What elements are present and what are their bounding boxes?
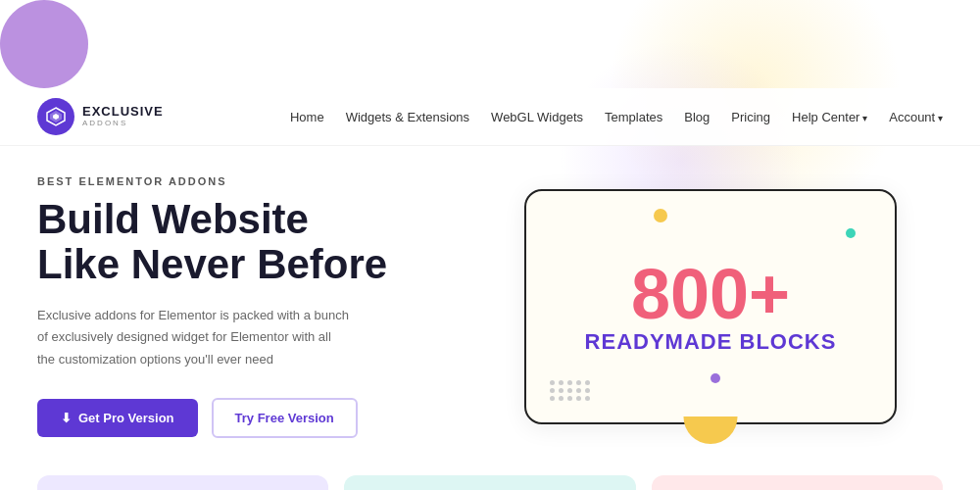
nav-item-pricing[interactable]: Pricing (731, 108, 770, 125)
stat-card-widgets-pro: 69+ Pro Widgets & Extensions (344, 475, 635, 490)
navigation: EXCLUSIVE ADDONS Home Widgets & Extensio… (0, 88, 980, 146)
card-label: READYMADE BLOCKS (585, 329, 837, 355)
nav-item-home[interactable]: Home (290, 108, 324, 125)
hero-card: 800+ READYMADE BLOCKS (524, 189, 897, 424)
bg-decorative-circle (0, 0, 88, 88)
logo[interactable]: EXCLUSIVE ADDONS (37, 98, 164, 135)
dot-purple (710, 373, 720, 383)
stat-card-widgets-free: 39+ Free Widgets & Extensions (37, 475, 328, 490)
try-free-button[interactable]: Try Free Version (212, 398, 358, 438)
dot-yellow (654, 209, 667, 222)
hero-description: Exclusive addons for Elementor is packed… (37, 305, 351, 369)
nav-item-webgl[interactable]: WebGL Widgets (491, 108, 583, 125)
logo-text: EXCLUSIVE ADDONS (82, 105, 164, 127)
get-pro-button[interactable]: ⬇ Get Pro Version (37, 399, 198, 437)
dot-grid (550, 380, 591, 401)
hero-section: BEST ELEMENTOR ADDONS Build Website Like… (0, 146, 980, 448)
nav-item-templates[interactable]: Templates (605, 108, 662, 125)
hero-left: BEST ELEMENTOR ADDONS Build Website Like… (37, 175, 459, 438)
logo-svg (45, 106, 67, 127)
hero-right: 800+ READYMADE BLOCKS (478, 189, 943, 424)
dot-teal (846, 228, 856, 238)
hero-title: Build Website Like Never Before (37, 197, 459, 287)
nav-item-help[interactable]: Help Center (792, 108, 867, 125)
yellow-arc (684, 416, 738, 444)
download-icon: ⬇ (61, 411, 72, 425)
nav-item-blog[interactable]: Blog (684, 108, 710, 125)
stat-card-installs: 30000+ Active Installs (652, 475, 943, 490)
nav-item-widgets[interactable]: Widgets & Extensions (346, 108, 469, 125)
hero-eyebrow: BEST ELEMENTOR ADDONS (37, 175, 459, 187)
card-count: 800+ (631, 259, 790, 329)
nav-links: Home Widgets & Extensions WebGL Widgets … (290, 108, 943, 125)
logo-icon (37, 98, 74, 135)
hero-buttons: ⬇ Get Pro Version Try Free Version (37, 398, 459, 438)
nav-item-account[interactable]: Account (889, 108, 943, 125)
stats-bar: 39+ Free Widgets & Extensions 69+ Pro Wi… (0, 475, 980, 490)
